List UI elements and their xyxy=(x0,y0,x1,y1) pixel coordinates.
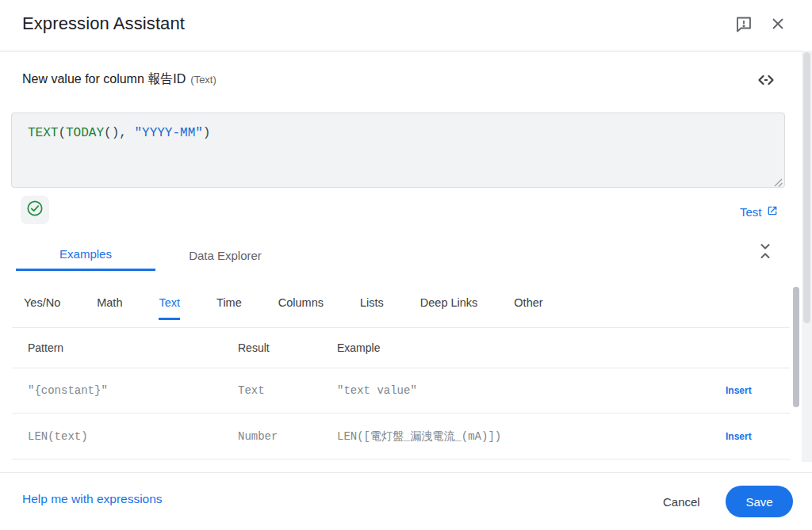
examples-scrollbar-thumb[interactable] xyxy=(793,287,799,407)
tab-label: Examples xyxy=(59,247,112,261)
header-divider xyxy=(0,51,812,51)
resize-handle-icon[interactable] xyxy=(774,177,783,185)
code-toggle-icon[interactable] xyxy=(756,70,776,90)
test-label: Test xyxy=(740,205,762,219)
main-tabs: Examples Data Explorer xyxy=(16,239,295,271)
category-tabs: Yes/No Math Text Time Columns Lists Deep… xyxy=(24,296,543,320)
category-tab-time[interactable]: Time xyxy=(216,296,242,320)
expression-token: TEXT xyxy=(28,126,58,140)
expression-valid-chip xyxy=(21,196,49,224)
example-cell: "text value" xyxy=(337,384,417,397)
expression-token: ( xyxy=(58,126,66,140)
category-tab-other[interactable]: Other xyxy=(514,296,542,320)
table-header-row: Pattern Result Example xyxy=(0,328,791,368)
cancel-button[interactable]: Cancel xyxy=(663,486,700,517)
column-header-pattern: Pattern xyxy=(28,341,63,354)
expression-token: (), xyxy=(104,126,134,140)
close-icon[interactable] xyxy=(768,14,787,33)
tab-examples[interactable]: Examples xyxy=(16,239,155,271)
category-tab-yesno[interactable]: Yes/No xyxy=(24,296,60,320)
open-in-new-icon xyxy=(766,204,779,219)
help-link[interactable]: Help me with expressions xyxy=(22,492,163,506)
test-button[interactable]: Test xyxy=(740,204,779,219)
expression-token: ) xyxy=(203,126,211,140)
tab-label: Data Explorer xyxy=(189,249,262,262)
table-row: LEN(text) Number LEN([電灯盤_漏洩電流_(mA)]) In… xyxy=(0,414,791,459)
insert-button[interactable]: Insert xyxy=(726,385,752,396)
feedback-icon[interactable] xyxy=(734,14,753,33)
category-tab-text[interactable]: Text xyxy=(159,296,180,320)
pattern-cell: LEN(text) xyxy=(28,430,88,443)
collapse-icon[interactable] xyxy=(758,242,772,261)
result-cell: Number xyxy=(238,430,278,443)
category-tab-math[interactable]: Math xyxy=(97,296,122,320)
expression-token: "YYYY-MM" xyxy=(134,126,202,140)
dialog-title: Expression Assistant xyxy=(22,13,185,34)
dialog-footer: Help me with expressions Cancel Save xyxy=(0,472,812,530)
row-divider xyxy=(12,459,790,459)
category-tab-deep-links[interactable]: Deep Links xyxy=(420,296,478,320)
dialog-scrollbar-thumb[interactable] xyxy=(803,52,810,323)
result-cell: Text xyxy=(238,384,265,397)
expression-editor[interactable]: TEXT(TODAY(), "YYYY-MM") xyxy=(11,112,785,188)
category-tab-columns[interactable]: Columns xyxy=(278,296,324,320)
save-button[interactable]: Save xyxy=(726,486,793,517)
table-row: "{constant}" Text "text value" Insert xyxy=(0,368,791,413)
column-type-hint: (Text) xyxy=(190,74,216,86)
category-tab-lists[interactable]: Lists xyxy=(360,296,384,320)
column-label: New value for column 報告ID xyxy=(22,72,186,86)
column-header-result: Result xyxy=(238,341,270,354)
tab-data-explorer[interactable]: Data Explorer xyxy=(155,239,295,271)
column-header-example: Example xyxy=(337,341,380,354)
expression-token: TODAY xyxy=(66,126,104,140)
check-circle-icon xyxy=(26,200,44,220)
insert-button[interactable]: Insert xyxy=(726,431,752,442)
column-context: New value for column 報告ID(Text) xyxy=(22,71,216,88)
expression-assistant-dialog: Expression Assistant New value for colum… xyxy=(0,0,812,530)
example-cell: LEN([電灯盤_漏洩電流_(mA)]) xyxy=(337,429,501,444)
pattern-cell: "{constant}" xyxy=(28,384,108,397)
